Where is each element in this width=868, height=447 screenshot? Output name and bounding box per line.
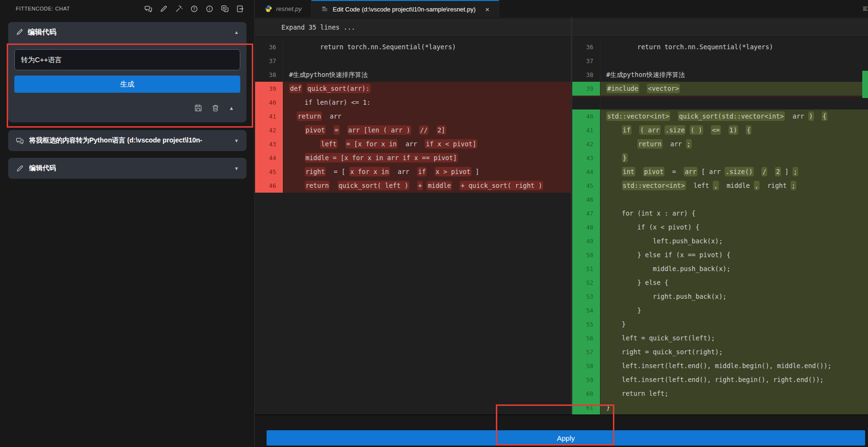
code-line: middle.push_back(x); xyxy=(600,262,868,276)
code-line: #生成python快速排序算法 xyxy=(600,68,868,82)
code-line: left = [x for x in arr if x < pivot] xyxy=(283,137,571,151)
diff-row: 54 } xyxy=(572,304,868,317)
line-number: 41 xyxy=(255,109,283,123)
fittencode-chat-panel: FITTENCODE: CHAT ? i xyxy=(0,0,255,447)
code-line: return arr xyxy=(283,109,571,123)
code-line: for (int x : arr) { xyxy=(600,207,868,220)
diff-row: 48 if (x < pivot) { xyxy=(572,220,868,234)
diff-row: 38#生成python快速排序算法 xyxy=(572,68,868,82)
open-in-editor-button[interactable] xyxy=(236,4,245,13)
line-number: 39 xyxy=(255,82,283,96)
apply-button[interactable]: Apply xyxy=(267,430,865,446)
edit-code-card2-header[interactable]: 编辑代码 ▼ xyxy=(8,158,246,179)
diff-row: 46 xyxy=(572,193,868,207)
editor-actions-icon[interactable] xyxy=(863,0,868,17)
magic-wand-button[interactable] xyxy=(174,4,183,13)
code-line: } xyxy=(600,401,868,414)
line-number: 42 xyxy=(572,137,600,151)
code-line: #生成python快速排序算法 xyxy=(283,68,571,82)
line-number: 46 xyxy=(255,179,283,193)
comment-discussion-icon xyxy=(144,5,152,13)
code-line: if len(arr) <= 1: xyxy=(283,96,571,109)
diff-row: 45 right = [ x for x in arr if x > pivot… xyxy=(255,165,571,179)
code-line: left.insert(left.end(), right.begin(), r… xyxy=(600,373,868,387)
generate-button[interactable]: 生成 xyxy=(14,76,240,93)
diff-row: 36 return torch.nn.Sequential(*layers) xyxy=(572,40,868,54)
code-line: std::vector<int> quick_sort(std::vector<… xyxy=(600,109,868,123)
line-number: 54 xyxy=(572,304,600,317)
code-line: pivot = arr [len ( arr ) // 2] xyxy=(283,123,571,137)
export-to-editor-icon xyxy=(236,5,244,13)
edit-code-card-actions: ▲ xyxy=(193,103,234,112)
edit-code-button[interactable] xyxy=(159,4,168,13)
code-line: } else { xyxy=(600,276,868,290)
line-number: 45 xyxy=(255,165,283,179)
collapse-icon: ▲ xyxy=(234,30,239,35)
line-number: 43 xyxy=(572,151,600,165)
code-line: #include <vector> xyxy=(600,82,868,96)
code-line: return torch.nn.Sequential(*layers) xyxy=(600,40,868,54)
history-item-header[interactable]: 将我框选的内容转为Python语言 (d:\vscode project\l10… xyxy=(8,130,246,151)
overview-ruler-inserted-mark[interactable] xyxy=(862,71,868,98)
pencil-icon xyxy=(16,28,23,36)
line-number: 36 xyxy=(572,40,600,54)
diff-row: 60 return left; xyxy=(572,387,868,401)
python-file-icon xyxy=(265,5,272,12)
line-number: 55 xyxy=(572,317,600,331)
diff-row: 40 if len(arr) <= 1: xyxy=(255,96,571,109)
diff-row: 52 } else { xyxy=(572,276,868,290)
diff-row: 47 for (int x : arr) { xyxy=(572,207,868,220)
line-number: 38 xyxy=(572,68,600,82)
diff-modified-pane[interactable]: 36 return torch.nn.Sequential(*layers)37… xyxy=(572,40,868,414)
line-number: 37 xyxy=(255,54,283,68)
edit-code-card-header[interactable]: 编辑代码 ▲ xyxy=(8,22,246,42)
line-number: 41 xyxy=(572,123,600,137)
tab-label: Edit Code (d:\vscode project\l10n-sample… xyxy=(332,6,475,13)
edit-code-card: 编辑代码 ▲ 生成 ▲ xyxy=(8,22,246,122)
chat-button[interactable] xyxy=(144,4,153,13)
delete-button[interactable] xyxy=(211,103,220,112)
line-number: 47 xyxy=(572,207,600,220)
code-line: return arr ; xyxy=(600,137,868,151)
expand-lines-button[interactable]: Expand 35 lines ... xyxy=(255,20,868,35)
diff-row: 53 right.push_back(x); xyxy=(572,290,868,304)
code-line xyxy=(600,193,868,207)
diff-row: 57 right = quick_sort(right); xyxy=(572,345,868,359)
diff-row: 42 pivot = arr [len ( arr ) // 2] xyxy=(255,123,571,137)
info-button[interactable]: i xyxy=(205,4,214,13)
line-number: 39 xyxy=(572,82,600,96)
diff-row: 40std::vector<int> quick_sort(std::vecto… xyxy=(572,109,868,123)
diff-original-pane[interactable]: 36 return torch.nn.Sequential(*layers)37… xyxy=(255,40,571,193)
diff-list-icon xyxy=(321,5,329,13)
diff-row: 41 return arr xyxy=(255,109,571,123)
tab-label: resnet.py xyxy=(276,5,301,12)
collapse-response-button[interactable]: ▲ xyxy=(229,105,234,111)
trash-icon xyxy=(211,104,220,112)
line-number: 53 xyxy=(572,290,600,304)
tab-edit-code[interactable]: Edit Code (d:\vscode project\l10n-sample… xyxy=(311,0,499,17)
line-number: 46 xyxy=(572,193,600,207)
diff-row: 50 } else if (x == pivot) { xyxy=(572,248,868,262)
comment-discussion-icon xyxy=(16,137,24,145)
history-item-card[interactable]: 将我框选的内容转为Python语言 (d:\vscode project\l10… xyxy=(8,130,246,151)
prompt-input[interactable] xyxy=(14,49,240,70)
tab-resnet-py[interactable]: resnet.py xyxy=(255,0,311,17)
code-line: if ( arr .size ( ) <= 1) { xyxy=(600,123,868,137)
apply-bar: Apply xyxy=(255,414,868,447)
edit-code-card-collapsed[interactable]: 编辑代码 ▼ xyxy=(8,158,246,179)
line-number xyxy=(572,97,600,109)
code-line: middle = [x for x in arr if x == pivot] xyxy=(283,151,571,165)
line-number: 45 xyxy=(572,179,600,193)
code-line xyxy=(283,54,571,68)
line-number: 50 xyxy=(572,248,600,262)
clear-all-button[interactable] xyxy=(220,4,229,13)
diff-row: 49 left.push_back(x); xyxy=(572,234,868,248)
code-line: } xyxy=(600,151,868,165)
line-number: 40 xyxy=(572,109,600,123)
line-number: 51 xyxy=(572,262,600,276)
help-button[interactable]: ? xyxy=(190,4,199,13)
close-tab-icon[interactable]: × xyxy=(485,6,490,13)
line-number: 44 xyxy=(255,151,283,165)
save-button[interactable] xyxy=(193,103,203,112)
expand-icon: ▼ xyxy=(234,166,239,171)
